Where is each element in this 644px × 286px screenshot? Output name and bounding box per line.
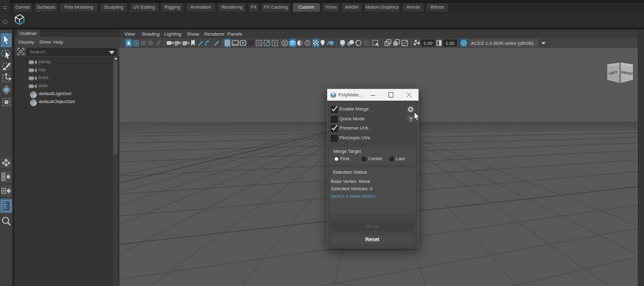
svg-text:ACES 1.0 SDR-video (sRGB): ACES 1.0 SDR-video (sRGB) — [471, 41, 534, 46]
svg-text:1.00: 1.00 — [445, 41, 455, 46]
svg-text:A: A — [127, 41, 130, 45]
svg-text:T: T — [273, 41, 276, 46]
svg-text:0.00: 0.00 — [423, 41, 433, 46]
